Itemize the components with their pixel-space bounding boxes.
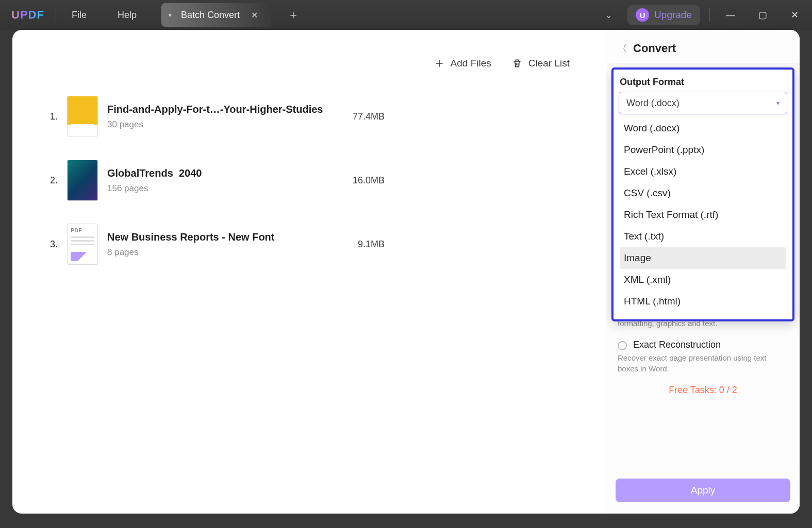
file-size: 9.1MB [338,239,385,250]
apply-bar: Apply [606,470,800,514]
file-list: 1.Find-and-Apply-For-t…-Your-Higher-Stud… [31,78,587,276]
file-name: Find-and-Apply-For-t…-Your-Higher-Studie… [107,104,329,115]
new-tab-button[interactable]: ＋ [283,4,304,26]
format-option[interactable]: Word (.docx) [620,117,786,139]
clear-list-button[interactable]: Clear List [512,58,570,69]
divider [709,8,710,22]
titlebar: UPDF File Help ▾ Batch Convert ✕ ＋ ⌄ U U… [0,0,812,30]
file-size: 77.4MB [338,111,385,122]
upgrade-avatar-icon: U [636,8,649,22]
option-label: Exact Reconstruction [633,339,721,350]
output-format-select[interactable]: Word (.docx) ▾ [619,92,787,114]
file-meta: Find-and-Apply-For-t…-Your-Higher-Studie… [107,104,329,130]
tab-close-icon[interactable]: ✕ [249,8,260,22]
row-index: 1. [44,111,58,122]
add-files-label: Add Files [451,58,491,69]
file-pages: 8 pages [107,247,329,258]
sidebar-title: Convert [633,42,676,55]
file-row[interactable]: 3.PDFNew Business Reports - New Font8 pa… [41,212,577,276]
free-tasks-counter: Free Tasks: 0 / 2 [616,382,790,405]
file-thumbnail [67,96,98,137]
clear-list-label: Clear List [528,58,570,69]
tab-batch-convert[interactable]: ▾ Batch Convert ✕ [161,3,271,27]
menu-file[interactable]: File [56,10,102,21]
app-logo: UPDF [0,8,56,22]
file-name: GlobalTrends_2040 [107,167,329,179]
radio-icon[interactable] [618,341,627,350]
main-panel: Add Files Clear List 1.Find-and-Apply-Fo… [12,30,606,514]
upgrade-label: Upgrade [654,9,692,21]
apply-button[interactable]: Apply [616,479,790,502]
row-index: 3. [44,239,58,250]
exact-option-description: Recover exact page presentation using te… [616,351,790,382]
file-meta: New Business Reports - New Font8 pages [107,231,329,258]
file-name: New Business Reports - New Font [107,231,329,243]
workspace: Add Files Clear List 1.Find-and-Apply-Fo… [12,30,800,514]
plus-icon [434,58,444,69]
file-meta: GlobalTrends_2040156 pages [107,167,329,194]
file-thumbnail [67,160,98,201]
output-format-options: Word (.docx)PowerPoint (.pptx)Excel (.xl… [614,114,792,314]
file-actions: Add Files Clear List [31,45,587,78]
output-format-panel: Output Format Word (.docx) ▾ Word (.docx… [611,67,794,321]
format-option[interactable]: PowerPoint (.pptx) [620,139,786,161]
upgrade-button[interactable]: U Upgrade [627,5,700,25]
file-size: 16.0MB [338,175,385,186]
output-format-label: Output Format [614,75,792,92]
window-close-button[interactable]: ✕ [783,9,806,21]
format-option[interactable]: CSV (.csv) [620,182,786,204]
chevron-down-icon: ▾ [776,99,780,107]
file-pages: 30 pages [107,120,329,130]
file-list-card: Add Files Clear List 1.Find-and-Apply-Fo… [31,45,587,292]
trash-icon [512,58,522,69]
option-exact-reconstruction[interactable]: Exact Reconstruction [616,336,790,351]
sidebar-body: Detect layout and columns but only recov… [606,63,800,470]
back-icon[interactable]: 〈 [616,41,629,56]
output-format-selected: Word (.docx) [626,98,680,109]
row-index: 2. [44,175,58,186]
tab-menu-icon[interactable]: ▾ [169,12,172,19]
format-option[interactable]: Text (.txt) [620,226,786,247]
tab-label: Batch Convert [181,10,240,21]
sidebar-header: 〈 Convert [606,30,800,63]
file-thumbnail: PDF [67,224,98,265]
window-menu-chevron-icon[interactable]: ⌄ [599,7,618,23]
file-row[interactable]: 2.GlobalTrends_2040156 pages16.0MB [41,148,577,212]
format-option[interactable]: Image [620,247,786,269]
file-pages: 156 pages [107,183,329,194]
menu-help[interactable]: Help [102,10,152,21]
file-row[interactable]: 1.Find-and-Apply-For-t…-Your-Higher-Stud… [41,84,577,148]
convert-sidebar: 〈 Convert Detect layout and columns but … [606,30,800,514]
window-minimize-button[interactable]: — [719,10,742,21]
add-files-button[interactable]: Add Files [434,58,491,69]
format-option[interactable]: Rich Text Format (.rtf) [620,204,786,226]
window-maximize-button[interactable]: ▢ [751,9,774,21]
format-option[interactable]: HTML (.html) [620,291,786,312]
format-option[interactable]: XML (.xml) [620,269,786,291]
format-option[interactable]: Excel (.xlsx) [620,161,786,182]
